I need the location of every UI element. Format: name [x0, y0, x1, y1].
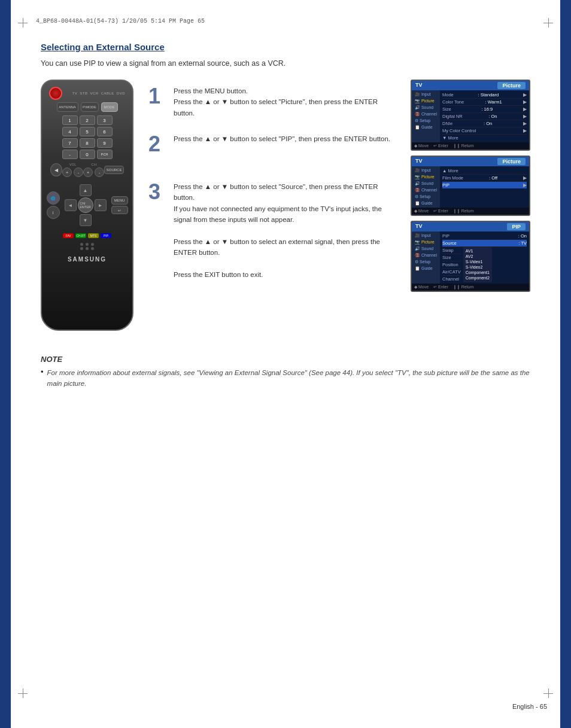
mode-row: ANTENNA P.MODE MODE	[47, 102, 127, 112]
sidebar2-picture: 📷 Picture	[414, 174, 438, 180]
right-accent-bar	[560, 0, 571, 728]
menu-row-dnie: DNIe: On▶	[442, 120, 527, 127]
menu2-row-filmmode: Film Mode: Off▶	[442, 175, 527, 182]
screen-3-tv-label: TV	[415, 223, 423, 230]
vol-down[interactable]: -	[74, 167, 83, 177]
pip-left-labels: Swap Size Position Air/CATV Channel	[442, 247, 461, 282]
steps-column: 1 Press the MENU button. Press the ▲ or …	[148, 80, 399, 331]
menu2-row-more: ▲ More	[442, 167, 527, 175]
screen-3-body: 🎥 Input 📷 Picture 🔊 Sound 📵 Channel ⚙ Se…	[412, 232, 529, 284]
note-text: For more information about external sign…	[47, 367, 530, 389]
btn-0[interactable]: 0	[80, 150, 95, 159]
ch-down[interactable]: -	[95, 167, 104, 177]
menu-row-digitalnr: Digital NR: On▶	[442, 113, 527, 120]
screen-1-tab-label: Picture	[497, 82, 526, 89]
screen-2-tab-label: Picture	[497, 158, 526, 165]
nav-left-button[interactable]: ◄	[65, 199, 77, 211]
ch-label: CH	[91, 163, 96, 166]
step-1-text: Press the MENU button. Press the ▲ or ▼ …	[174, 86, 399, 121]
step-3: 3 Press the ▲ or ▼ button to select "Sou…	[148, 175, 399, 287]
btn-3[interactable]: 3	[97, 115, 113, 125]
menu-row-mode: Mode: Standard▶	[442, 92, 527, 99]
menu-btn[interactable]: MENU	[111, 196, 128, 205]
sidebar3-input: 🎥 Input	[414, 233, 438, 239]
sidebar-input: 🎥 Input	[414, 92, 438, 98]
pip-options-area: Swap Size Position Air/CATV Channel AV1 …	[442, 247, 527, 282]
sidebar-setup: ⚙ Setup	[414, 118, 438, 124]
btn-pch[interactable]: P.CH	[97, 150, 113, 159]
screen-2-tv-label: TV	[415, 158, 423, 165]
btn-5[interactable]: 5	[80, 127, 95, 136]
nav-right-button[interactable]: ►	[95, 199, 107, 211]
pip-button[interactable]: PIP	[101, 233, 111, 238]
enter-button[interactable]: CH/ENTER	[78, 197, 93, 213]
numpad: 1 2 3 4 5 6 7 8 9 - 0 P.CH	[62, 115, 113, 159]
step-2-text: Press the ▲ or ▼ button to select "PIP",…	[174, 133, 399, 169]
btn-4[interactable]: 4	[62, 127, 78, 136]
screens-column: TV Picture 🎥 Input 📷 Picture 🔊 Sound 📵 C…	[411, 80, 530, 331]
pmode-button[interactable]: P.MODE	[81, 102, 99, 112]
menu-row-size: Size: 16:9▶	[442, 106, 527, 113]
left-accent-bar	[0, 0, 11, 728]
btn-9[interactable]: 9	[97, 138, 113, 148]
screen-1-body: 🎥 Input 📷 Picture 🔊 Sound 📵 Channel ⚙ Se…	[412, 90, 529, 142]
info-btn[interactable]: i	[47, 206, 60, 219]
screen-1-content: Mode: Standard▶ Color Tone: Warm1▶ Size:…	[440, 90, 529, 142]
tv-label: TV	[72, 92, 78, 95]
menu2-row-pip: PIP▶	[442, 182, 527, 188]
antenna-button[interactable]: ANTENNA	[57, 102, 78, 112]
btn-minus[interactable]: -	[62, 150, 78, 159]
remote-column: TV STB VCR CABLE DVD ANTENNA P.MODE MODE…	[41, 80, 136, 331]
step-1: 1 Press the MENU button. Press the ▲ or …	[148, 80, 399, 127]
extra-btns: MENU ↩	[111, 196, 128, 214]
tv-screen-2: TV Picture 🎥 Input 📷 Picture 🔊 Sound 📵 C…	[411, 156, 530, 216]
sidebar-sound: 🔊 Sound	[414, 105, 438, 111]
mute-button[interactable]: ◀	[50, 163, 62, 176]
mute-vol-row: ◀ VOL + - CH + -	[47, 163, 127, 177]
tv-screen-1: TV Picture 🎥 Input 📷 Picture 🔊 Sound 📵 C…	[411, 80, 530, 151]
btn-2[interactable]: 2	[80, 115, 95, 125]
note-bullet-point: •	[41, 367, 44, 389]
ch-col: CH + -	[83, 163, 104, 177]
vcr-label: VCR	[90, 92, 98, 95]
fav-ch-button[interactable]: FAV	[63, 233, 74, 238]
screen-1-header: TV Picture	[412, 81, 529, 90]
return-btn[interactable]: ↩	[111, 206, 128, 214]
nav-area: 🌐 i ▲ ◄ CH/ENTER ► ▼ MENU ↩	[47, 182, 128, 229]
vol-up[interactable]: +	[62, 167, 72, 177]
sidebar2-channel: 📵 Channel	[414, 187, 438, 193]
ch-up[interactable]: +	[83, 167, 93, 177]
mode-button[interactable]: MODE	[101, 102, 118, 112]
menu3-position: Position	[442, 261, 461, 269]
source-button[interactable]: SOURCE	[104, 166, 124, 174]
menu-row-more: ▼ More	[442, 135, 527, 141]
smart-btn[interactable]: 🌐	[47, 191, 60, 205]
screen-3-content: PIP: On Source: TV Swap Size Position Ai…	[440, 232, 529, 284]
btn-6[interactable]: 6	[97, 127, 113, 136]
dvd-label: DVD	[117, 92, 125, 95]
screen-1-tv-label: TV	[415, 82, 423, 89]
screen-1-sidebar: 🎥 Input 📷 Picture 🔊 Sound 📵 Channel ⚙ Se…	[412, 90, 440, 142]
sidebar2-setup: ⚙ Setup	[414, 194, 438, 200]
btn-8[interactable]: 8	[80, 138, 95, 148]
stb-label: STB	[80, 92, 87, 95]
sidebar2-guide: 📋 Guide	[414, 200, 438, 206]
btn-1[interactable]: 1	[62, 115, 78, 125]
power-button[interactable]	[49, 87, 62, 100]
btn-7[interactable]: 7	[62, 138, 78, 148]
menu3-channel: Channel	[442, 276, 461, 282]
nav-up-button[interactable]: ▲	[80, 184, 92, 196]
menu-row-mycolor: My Color Control▶	[442, 127, 527, 135]
mts-button[interactable]: MTS	[88, 233, 99, 238]
sidebar2-input: 🎥 Input	[414, 167, 438, 173]
smart-info: 🌐 i	[47, 191, 60, 219]
sidebar3-setup: ⚙ Setup	[414, 259, 438, 265]
pip-right-values: AV1 AV2 S-Video1 S-Video2 Component1 Com…	[463, 247, 492, 282]
page-number-text: English - 65	[512, 703, 547, 710]
tv-screen-3: TV PIP 🎥 Input 📷 Picture 🔊 Sound 📵 Chann…	[411, 221, 530, 292]
ch-rt-button[interactable]: CH.RT	[75, 233, 86, 238]
step-2-number: 2	[148, 133, 166, 169]
page-number: English - 65	[512, 703, 547, 710]
nav-down-button[interactable]: ▼	[80, 214, 92, 226]
sidebar3-guide: 📋 Guide	[414, 266, 438, 272]
